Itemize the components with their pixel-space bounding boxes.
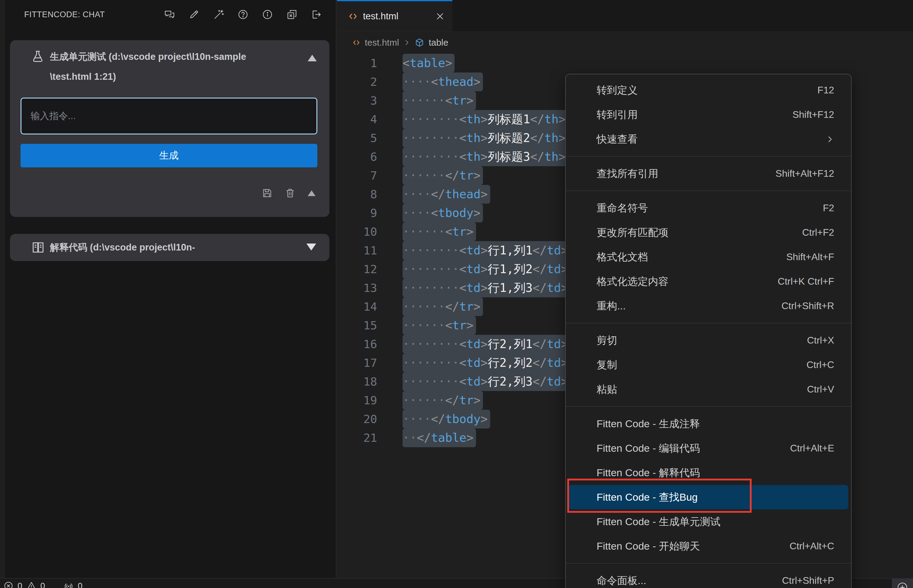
instruction-input[interactable]: 输入指令... — [21, 98, 317, 134]
menu-separator — [566, 563, 851, 564]
tab-test-html[interactable]: test.html — [337, 0, 452, 31]
save-icon[interactable] — [262, 187, 273, 199]
html-file-icon — [348, 11, 358, 21]
breadcrumb: test.html table — [337, 31, 448, 54]
card-title-line2: \test.html 1:21) — [50, 67, 293, 87]
collapse-up-icon[interactable] — [308, 191, 315, 196]
beaker-icon — [31, 50, 44, 63]
menu-item-shortcut: Ctrl+Alt+E — [790, 443, 834, 454]
add-button[interactable] — [892, 578, 913, 588]
breadcrumb-symbol[interactable]: table — [428, 37, 448, 48]
menu-item-shortcut: Ctrl+Alt+C — [789, 541, 834, 552]
code-text: ······</tr> — [402, 166, 483, 185]
line-number: 13 — [337, 279, 377, 297]
menu-item[interactable]: Fitten Code - 开始聊天Ctrl+Alt+C — [566, 534, 851, 558]
code-text: ········<td>行2,列3</td> — [402, 372, 570, 391]
magic-wand-icon[interactable] — [213, 9, 224, 20]
code-line[interactable]: 1<table> — [337, 54, 913, 73]
menu-item-label: 格式化选定内容 — [596, 275, 669, 289]
edit-icon[interactable] — [189, 9, 199, 20]
question-icon[interactable] — [238, 9, 249, 20]
menu-item-label: 剪切 — [596, 334, 617, 347]
problems-status[interactable]: 0 0 0 — [3, 581, 82, 588]
code-text: ······</tr> — [402, 297, 483, 316]
menu-item-label: Fitten Code - 编辑代码 — [596, 441, 700, 456]
menu-separator — [566, 406, 851, 407]
menu-item-shortcut: F12 — [818, 85, 834, 96]
menu-item[interactable]: 更改所有匹配项Ctrl+F2 — [566, 220, 851, 245]
menu-item[interactable]: 重构...Ctrl+Shift+R — [566, 294, 851, 318]
menu-separator — [566, 323, 851, 323]
menu-item-shortcut: F2 — [823, 202, 834, 213]
line-number: 15 — [337, 316, 377, 335]
close-tab-icon[interactable] — [435, 12, 444, 21]
trash-icon[interactable] — [285, 187, 296, 199]
explain-code-card[interactable]: 解释代码 (d:\vscode project\l10n- — [10, 234, 330, 261]
menu-item-label: Fitten Code - 生成单元测试 — [596, 515, 721, 529]
code-text: ········<td>行1,列1</td> — [402, 241, 570, 260]
menu-separator — [566, 156, 851, 157]
menu-item[interactable]: Fitten Code - 生成注释 — [566, 412, 851, 436]
line-number: 17 — [337, 354, 377, 372]
line-number: 1 — [337, 54, 377, 73]
chevron-right-icon — [403, 39, 410, 46]
line-number: 19 — [337, 391, 377, 410]
menu-separator — [566, 191, 851, 191]
menu-item-label: 转到定义 — [596, 83, 638, 97]
code-text: ········<th>列标题2</th> — [402, 129, 568, 147]
menu-item-shortcut: Ctrl+Shift+R — [782, 300, 834, 312]
menu-item-label: 更改所有匹配项 — [596, 226, 669, 240]
expand-card-icon[interactable] — [307, 244, 316, 250]
menu-item[interactable]: 剪切Ctrl+X — [566, 328, 851, 353]
menu-item[interactable]: 查找所有引用Shift+Alt+F12 — [566, 162, 851, 186]
generate-button[interactable]: 生成 — [21, 144, 317, 167]
line-number: 8 — [337, 185, 377, 204]
menu-item-label: 快速查看 — [596, 132, 638, 146]
menu-item[interactable]: 转到定义F12 — [566, 78, 851, 102]
menu-item-label: 粘贴 — [596, 383, 617, 396]
card-actions — [262, 187, 315, 199]
generate-unit-test-card: 生成单元测试 (d:\vscode project\l10n-sample \t… — [10, 40, 330, 217]
menu-item-label: Fitten Code - 生成注释 — [596, 417, 700, 431]
breadcrumb-file[interactable]: test.html — [365, 37, 399, 48]
menu-item[interactable]: 格式化文档Shift+Alt+F — [566, 245, 851, 269]
menu-item[interactable]: 命令面板...Ctrl+Shift+P — [566, 569, 851, 588]
line-number: 12 — [337, 260, 377, 279]
panel-header: FITTENCODE: CHAT — [0, 0, 336, 29]
menu-item-shortcut: Ctrl+Shift+P — [782, 575, 834, 586]
code-text: ········<td>行2,列2</td> — [402, 354, 570, 372]
close-window-icon[interactable] — [286, 9, 297, 20]
warning-count: 0 — [40, 581, 45, 588]
code-text: ········<td>行1,列2</td> — [402, 260, 570, 279]
comment-discussion-icon[interactable] — [164, 9, 175, 20]
warning-icon — [27, 581, 36, 588]
menu-item-label: 查找所有引用 — [596, 167, 658, 181]
line-number: 4 — [337, 110, 377, 129]
collapse-card-icon[interactable] — [308, 55, 317, 61]
menu-item[interactable]: 转到引用Shift+F12 — [566, 102, 851, 127]
menu-item[interactable]: Fitten Code - 生成单元测试 — [566, 509, 851, 534]
menu-item[interactable]: 复制Ctrl+C — [566, 353, 851, 377]
menu-item-label: Fitten Code - 开始聊天 — [596, 540, 700, 553]
menu-item-shortcut: Shift+Alt+F12 — [776, 168, 834, 179]
menu-item[interactable]: 快速查看 — [566, 127, 851, 151]
code-text: ····</tbody> — [402, 410, 490, 428]
menu-item-shortcut: Ctrl+X — [807, 335, 834, 346]
code-text: ········<th>列标题3</th> — [402, 147, 568, 166]
line-number: 3 — [337, 91, 377, 110]
sign-out-icon[interactable] — [311, 9, 322, 20]
info-icon[interactable] — [262, 9, 273, 20]
code-text: ····<thead> — [402, 73, 483, 91]
menu-item[interactable]: Fitten Code - 编辑代码Ctrl+Alt+E — [566, 436, 851, 460]
menu-item-shortcut: Ctrl+K Ctrl+F — [777, 276, 834, 287]
line-number: 6 — [337, 147, 377, 166]
menu-item[interactable]: 粘贴Ctrl+V — [566, 377, 851, 402]
menu-item[interactable]: 重命名符号F2 — [566, 196, 851, 220]
code-text: ······</tr> — [402, 391, 483, 410]
card-title[interactable]: 生成单元测试 (d:\vscode project\l10n-sample \t… — [50, 47, 293, 87]
line-number: 16 — [337, 335, 377, 354]
code-text: ····<tbody> — [402, 204, 483, 222]
code-text: ········<td>行2,列1</td> — [402, 335, 570, 354]
error-icon — [3, 581, 13, 588]
menu-item[interactable]: 格式化选定内容Ctrl+K Ctrl+F — [566, 269, 851, 294]
